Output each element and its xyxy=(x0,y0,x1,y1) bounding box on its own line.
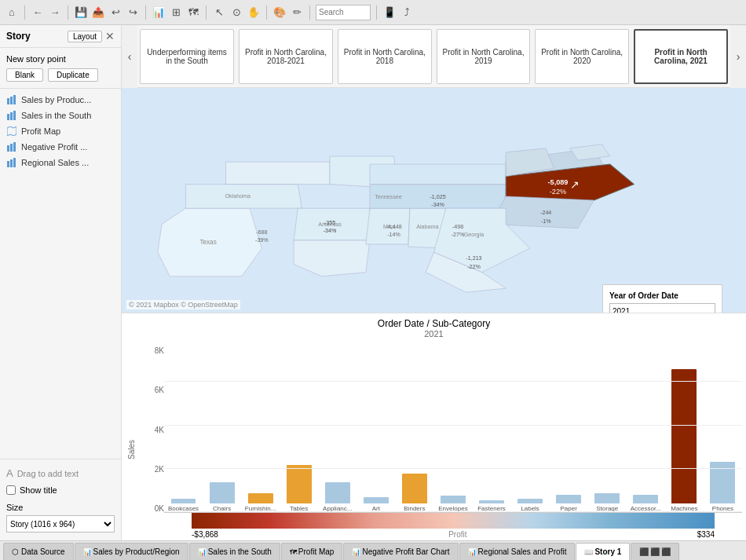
chart-content: BookcasesChairsFurnishin...TablesApplian… xyxy=(164,339,742,540)
svg-text:-14%: -14% xyxy=(387,232,400,238)
bar-group-10[interactable]: Paper xyxy=(550,346,588,512)
share-icon[interactable]: ⤴ xyxy=(400,5,414,20)
pan-icon[interactable]: ✋ xyxy=(247,5,261,20)
story-btn-row: Blank Duplicate xyxy=(6,68,115,82)
sidebar-item-profit-map[interactable]: Profit Map xyxy=(0,123,121,139)
bar-4 xyxy=(325,482,350,503)
cursor-icon[interactable]: ↖ xyxy=(212,5,226,20)
add-icon[interactable]: ⬛ xyxy=(639,547,649,556)
profit-labels: -$3,868 Profit $334 xyxy=(192,529,715,540)
tab-sales-product[interactable]: 📊 Sales by Product/Region xyxy=(75,543,188,560)
bar-chart-icon[interactable]: 📊 xyxy=(152,5,166,20)
svg-text:-1,025: -1,025 xyxy=(430,194,445,200)
story-nav-prev[interactable]: ‹ xyxy=(122,25,137,88)
bar-group-12[interactable]: Accessor... xyxy=(627,346,665,512)
bottom-tabs: ⬡ Data Source 📊 Sales by Product/Region … xyxy=(0,540,746,560)
story-nav-item-5[interactable]: Profit in North Carolina, 2020 xyxy=(535,29,629,84)
tab-sales-south[interactable]: 📊 Sales in the South xyxy=(189,543,280,560)
bar-8 xyxy=(479,500,504,503)
chart-icon-1 xyxy=(6,94,17,105)
forward-icon[interactable]: → xyxy=(48,5,62,20)
story-nav-item-2[interactable]: Profit in North Carolina, 2018-2021 xyxy=(239,29,333,84)
back-icon[interactable]: ← xyxy=(31,5,45,20)
bar-6 xyxy=(402,474,427,503)
story-tab-icon: 📖 xyxy=(584,548,593,556)
tab-add[interactable]: ⬛ ⬛ ⬛ xyxy=(631,543,679,560)
bar-10 xyxy=(556,495,581,503)
bar-group-11[interactable]: Storage xyxy=(588,346,627,512)
svg-text:-34%: -34% xyxy=(431,202,444,208)
bar-0 xyxy=(171,499,196,503)
story-nav-item-1[interactable]: Underperforming items in the South xyxy=(140,29,234,84)
chart-bars-area: BookcasesChairsFurnishin...TablesApplian… xyxy=(164,339,742,513)
svg-text:-34%: -34% xyxy=(324,228,337,234)
bar-group-5[interactable]: Art xyxy=(357,346,395,512)
publish-icon[interactable]: 📤 xyxy=(91,5,105,20)
bar-label-5: Art xyxy=(371,505,382,512)
bar-11 xyxy=(594,493,620,503)
story-nav-next[interactable]: › xyxy=(730,25,746,88)
profit-min-label: -$3,868 xyxy=(192,530,218,539)
search-input[interactable] xyxy=(316,5,371,20)
redo-icon[interactable]: ↪ xyxy=(126,5,140,20)
bar-group-3[interactable]: Tables xyxy=(280,346,318,512)
close-icon[interactable]: ✕ xyxy=(105,30,115,42)
bar-group-4[interactable]: Applianc... xyxy=(318,346,357,512)
home-icon[interactable]: ⌂ xyxy=(5,5,19,20)
show-title-label[interactable]: Show title xyxy=(6,485,115,495)
svg-text:-1,213: -1,213 xyxy=(466,255,481,262)
bar-group-1[interactable]: Chairs xyxy=(203,346,241,512)
tab-story-1[interactable]: 📖 Story 1 xyxy=(576,543,630,560)
svg-text:-22%: -22% xyxy=(467,264,481,270)
tab-data-source[interactable]: ⬡ Data Source xyxy=(3,543,74,560)
year-filter-input[interactable] xyxy=(609,303,715,313)
bar-label-10: Paper xyxy=(558,505,578,512)
sidebar: Story Layout ✕ New story point Blank Dup… xyxy=(0,25,122,540)
annotate-icon[interactable]: ✏ xyxy=(290,5,304,20)
add-icon-2[interactable]: ⬛ xyxy=(650,547,660,556)
sidebar-item-regional-sales[interactable]: Regional Sales ... xyxy=(0,155,121,170)
tab-profit-map[interactable]: 🗺 Profit Map xyxy=(281,543,343,560)
bar-label-11: Storage xyxy=(594,505,620,512)
story-nav-item-6[interactable]: Profit in North Carolina, 2021 xyxy=(634,29,728,84)
map-tool-icon[interactable]: 🗺 xyxy=(186,5,200,20)
bar-group-9[interactable]: Labels xyxy=(511,346,550,512)
show-title-checkbox[interactable] xyxy=(6,485,16,495)
sep3 xyxy=(145,5,146,20)
add-icon-3[interactable]: ⬛ xyxy=(661,547,671,556)
bar-group-0[interactable]: Bookcases xyxy=(164,346,203,512)
bar-group-6[interactable]: Binders xyxy=(395,346,433,512)
layout-button[interactable]: Layout xyxy=(68,31,102,42)
table-icon[interactable]: ⊞ xyxy=(169,5,183,20)
bar-group-8[interactable]: Fasteners xyxy=(473,346,511,512)
sidebar-footer: A Drag to add text Show title Size Story… xyxy=(0,459,121,540)
text-icon: A xyxy=(6,467,13,479)
story-nav: ‹ Underperforming items in the South Pro… xyxy=(122,25,746,88)
bar-group-2[interactable]: Furnishin... xyxy=(241,346,280,512)
bar-group-7[interactable]: Envelopes xyxy=(433,346,472,512)
story-nav-item-4[interactable]: Profit in North Carolina, 2019 xyxy=(437,29,531,84)
main-layout: Story Layout ✕ New story point Blank Dup… xyxy=(0,25,746,540)
sidebar-item-sales-south[interactable]: Sales in the South xyxy=(0,108,121,123)
blank-button[interactable]: Blank xyxy=(6,68,43,82)
lasso-icon[interactable]: ⊙ xyxy=(229,5,243,20)
tab-regional-sales[interactable]: 📊 Regional Sales and Profit xyxy=(459,543,576,560)
save-icon[interactable]: 💾 xyxy=(74,5,88,20)
duplicate-button[interactable]: Duplicate xyxy=(48,68,98,82)
sidebar-item-label-2: Sales in the South xyxy=(21,111,91,120)
device-icon[interactable]: 📱 xyxy=(382,5,397,20)
map-section: Texas Oklahoma Arkansas Tennessee Alabam… xyxy=(122,88,746,313)
bar-group-13[interactable]: Machines xyxy=(665,346,704,512)
bar-group-14[interactable]: Phones xyxy=(704,346,742,512)
bar-9 xyxy=(517,499,543,503)
svg-rect-3 xyxy=(7,114,9,120)
sidebar-item-sales-product[interactable]: Sales by Produc... xyxy=(0,92,121,108)
color-icon[interactable]: 🎨 xyxy=(272,5,287,20)
undo-icon[interactable]: ↩ xyxy=(108,5,123,20)
size-select[interactable]: Story (1016 x 964)Custom xyxy=(6,515,115,533)
sidebar-item-negative-profit[interactable]: Negative Profit ... xyxy=(0,139,121,155)
bar-label-13: Machines xyxy=(669,505,699,512)
story-nav-item-3[interactable]: Profit in North Carolina, 2018 xyxy=(338,29,432,84)
bar-12 xyxy=(633,495,658,503)
tab-negative-profit[interactable]: 📊 Negative Profit Bar Chart xyxy=(343,543,458,560)
